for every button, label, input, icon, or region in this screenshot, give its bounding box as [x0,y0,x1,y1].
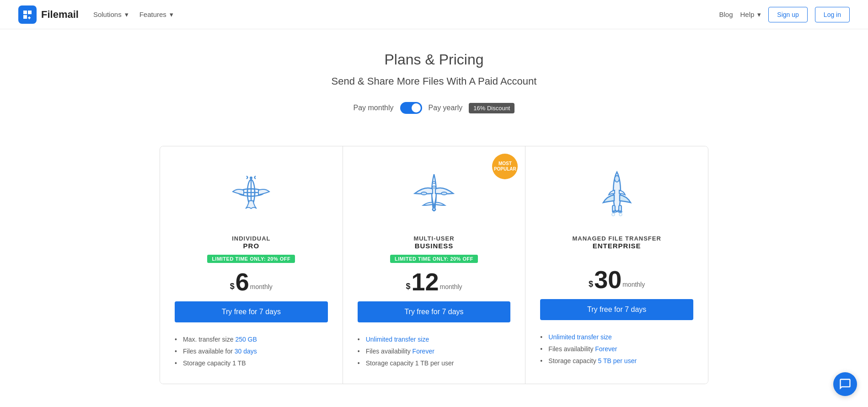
price-dollar-2: $ [406,282,410,290]
plan-multi-user-business: MOST POPULAR [343,146,526,384]
plan-icon-individual [175,163,328,222]
feature-list-2: Unlimited transfer size Files availabili… [358,333,511,369]
feature-item: Unlimited transfer size [540,331,693,343]
price-amount-3: 30 [594,267,622,292]
billing-toggle-switch[interactable] [400,102,422,114]
hero-subtitle: Send & Share More Files With A Paid Acco… [9,75,859,87]
plan-individual-pro: INDIVIDUAL PRO LIMITED TIME ONLY: 20% OF… [160,146,343,384]
feature-item: Files availability Forever [540,343,693,355]
nav-features[interactable]: Features ▾ [139,11,173,19]
svg-point-6 [421,192,427,195]
price-period-3: monthly [622,281,645,288]
plan-type-enterprise: MANAGED FILE TRANSFER [540,235,693,242]
try-free-button-2[interactable]: Try free for 7 days [358,301,511,322]
svg-point-9 [433,186,435,188]
plan-enterprise: MANAGED FILE TRANSFER ENTERPRISE $ 30 mo… [525,146,708,384]
price-row-2: $ 12 monthly [358,269,511,294]
limited-offer-wrapper-2: LIMITED TIME ONLY: 20% OFF [358,254,511,269]
svg-point-15 [612,213,615,216]
plan-name-pro: PRO [175,242,328,250]
svg-point-10 [615,176,619,182]
price-row-1: $ 6 monthly [175,269,328,294]
limited-offer-badge-1: LIMITED TIME ONLY: 20% OFF [207,255,295,263]
feature-item: Storage capacity 1 TB [175,357,328,369]
chevron-down-icon: ▾ [757,11,761,19]
pay-yearly-label: Pay yearly [429,104,463,112]
plan-name-business: BUSINESS [358,242,511,250]
nav-solutions[interactable]: Solutions ▾ [93,11,129,19]
plan-icon-enterprise [540,163,693,222]
hero-section: Plans & Pricing Send & Share More Files … [0,29,868,146]
feature-list-3: Unlimited transfer size Files availabili… [540,331,693,367]
svg-point-16 [619,213,622,216]
price-dollar-3: $ [589,280,593,288]
pay-monthly-label: Pay monthly [354,104,394,112]
svg-point-7 [441,192,447,195]
plan-type-individual: INDIVIDUAL [175,235,328,242]
feature-list-1: Max. transfer size 250 GB Files availabl… [175,333,328,369]
pricing-section: INDIVIDUAL PRO LIMITED TIME ONLY: 20% OF… [0,146,868,407]
logo[interactable]: Filemail [18,5,79,24]
nav-right: Blog Help ▾ Sign up Log in [719,7,850,22]
price-dollar-1: $ [230,282,235,290]
nav-left: Filemail Solutions ▾ Features ▾ [18,5,173,24]
feature-item: Files availability Forever [358,345,511,357]
feature-item: Storage capacity 5 TB per user [540,355,693,367]
most-popular-badge: MOST POPULAR [492,154,518,179]
nav-help[interactable]: Help ▾ [740,11,761,19]
nav-blog[interactable]: Blog [719,11,733,18]
signup-button[interactable]: Sign up [768,7,807,22]
chat-button[interactable] [833,372,857,396]
pricing-cards: INDIVIDUAL PRO LIMITED TIME ONLY: 20% OF… [160,146,708,384]
spacer-enterprise [540,254,693,267]
logo-icon [18,5,37,24]
feature-item: Max. transfer size 250 GB [175,333,328,345]
navbar: Filemail Solutions ▾ Features ▾ Blog Hel… [0,0,868,29]
chevron-down-icon: ▾ [125,11,129,19]
price-amount-1: 6 [236,269,249,294]
logo-svg [22,9,33,20]
try-free-button-3[interactable]: Try free for 7 days [540,299,693,320]
price-row-3: $ 30 monthly [540,267,693,292]
toggle-knob [412,103,421,112]
price-amount-2: 12 [411,269,439,294]
svg-point-5 [250,177,252,179]
price-period-2: monthly [440,283,462,290]
logo-text: Filemail [41,9,79,21]
feature-item: Files available for 30 days [175,345,328,357]
price-period-1: monthly [250,283,273,290]
chevron-down-icon: ▾ [170,11,173,19]
limited-offer-badge-2: LIMITED TIME ONLY: 20% OFF [390,255,478,263]
plan-type-multi: MULTI-USER [358,235,511,242]
plan-icon-business [358,163,511,222]
try-free-button-1[interactable]: Try free for 7 days [175,301,328,322]
nav-menu: Solutions ▾ Features ▾ [93,11,173,19]
discount-badge: 16% Discount [469,103,514,113]
page-title: Plans & Pricing [9,51,859,68]
svg-point-8 [433,182,435,184]
feature-item: Unlimited transfer size [358,333,511,345]
login-button[interactable]: Log in [815,7,850,22]
billing-toggle: Pay monthly Pay yearly 16% Discount [9,102,859,114]
chat-icon [839,378,852,391]
limited-offer-wrapper-1: LIMITED TIME ONLY: 20% OFF [175,254,328,269]
feature-item: Storage capacity 1 TB per user [358,357,511,369]
plan-name-enterprise: ENTERPRISE [540,242,693,250]
